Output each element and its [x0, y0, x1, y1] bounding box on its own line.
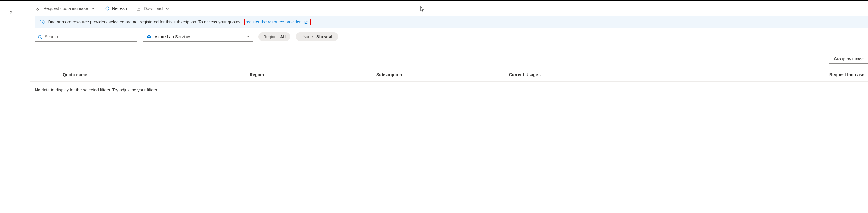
table-header-row: Quota name Region Subscription Current U…	[30, 65, 868, 81]
register-provider-link[interactable]: register the resource provider.	[245, 20, 308, 24]
group-by-dropdown[interactable]: Group by usage	[829, 54, 868, 64]
search-icon	[38, 35, 42, 39]
chevron-down-icon	[246, 35, 250, 38]
toolbar: Request quota increase Refresh Download	[30, 1, 868, 16]
download-button[interactable]: Download	[135, 5, 171, 12]
search-input-container[interactable]	[35, 32, 137, 41]
pill-label: Region :	[263, 34, 279, 39]
refresh-button[interactable]: Refresh	[104, 5, 128, 12]
info-icon	[40, 20, 44, 24]
column-header-region[interactable]: Region	[250, 72, 376, 77]
column-header-subscription[interactable]: Subscription	[376, 72, 509, 77]
empty-state-message: No data to display for the selected filt…	[30, 81, 868, 99]
sort-down-icon: ↓	[540, 72, 541, 77]
cloud-upload-icon	[146, 34, 152, 39]
filter-row: Azure Lab Services Region : All Usage : …	[30, 28, 868, 46]
banner-message: One or more resource providers selected …	[48, 20, 242, 24]
pencil-icon	[36, 6, 41, 11]
column-header-quota-name[interactable]: Quota name	[63, 72, 250, 77]
usage-filter-pill[interactable]: Usage : Show all	[296, 33, 338, 41]
chevron-down-icon	[90, 6, 95, 11]
svg-point-1	[42, 21, 42, 21]
toolbar-label: Refresh	[112, 6, 127, 11]
search-input[interactable]	[44, 34, 135, 39]
column-header-current-usage[interactable]: Current Usage ↓	[509, 72, 829, 77]
provider-label: Azure Lab Services	[155, 34, 191, 39]
download-icon	[136, 6, 142, 11]
register-link-highlight: register the resource provider.	[244, 19, 311, 25]
pill-label: Usage :	[301, 34, 315, 39]
group-by-label: Group by usage	[834, 57, 864, 61]
info-banner: One or more resource providers selected …	[35, 16, 868, 28]
toolbar-label: Download	[144, 6, 162, 11]
expand-sidebar-chevron[interactable]	[8, 10, 13, 14]
refresh-icon	[105, 6, 110, 11]
provider-dropdown[interactable]: Azure Lab Services	[143, 32, 253, 41]
pill-value: Show all	[316, 34, 334, 39]
column-header-request-increase[interactable]: Request Increase	[829, 72, 864, 77]
svg-point-2	[38, 35, 41, 38]
toolbar-label: Request quota increase	[43, 6, 88, 11]
region-filter-pill[interactable]: Region : All	[258, 33, 290, 41]
chevron-down-icon	[165, 6, 170, 11]
request-quota-increase-button[interactable]: Request quota increase	[35, 5, 96, 12]
pill-value: All	[280, 34, 285, 39]
external-link-icon	[304, 21, 308, 24]
